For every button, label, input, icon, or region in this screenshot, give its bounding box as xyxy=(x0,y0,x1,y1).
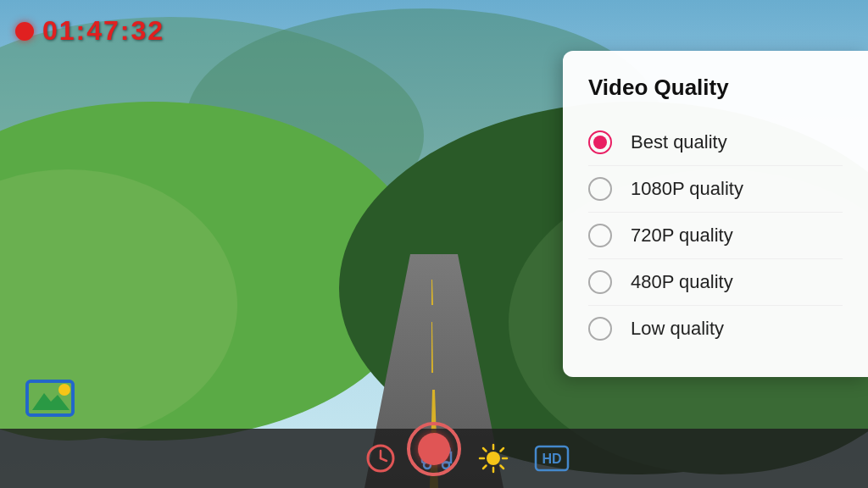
record-inner xyxy=(418,433,450,465)
quality-option-480p[interactable]: 480P quality xyxy=(588,259,843,306)
radio-low xyxy=(588,317,612,341)
quality-label-best: Best quality xyxy=(631,131,727,153)
svg-point-25 xyxy=(487,452,500,465)
quality-label-480p: 480P quality xyxy=(631,271,733,293)
record-button[interactable] xyxy=(407,422,461,476)
radio-best xyxy=(588,130,612,154)
gallery-icon-svg xyxy=(25,378,76,420)
quality-label-low: Low quality xyxy=(631,318,724,340)
radio-720p xyxy=(588,224,612,247)
gallery-button[interactable] xyxy=(25,378,76,420)
quality-label-1080p: 1080P quality xyxy=(631,178,743,200)
rec-dot xyxy=(15,22,34,41)
svg-line-17 xyxy=(381,458,387,461)
panel-title: Video Quality xyxy=(588,75,843,101)
svg-line-32 xyxy=(501,448,504,452)
radio-1080p xyxy=(588,177,612,201)
quality-option-1080p[interactable]: 1080P quality xyxy=(588,166,843,213)
radio-480p xyxy=(588,270,612,294)
svg-line-33 xyxy=(483,466,487,469)
quality-label-720p: 720P quality xyxy=(631,225,733,247)
sun-icon[interactable] xyxy=(478,443,509,474)
toolbar-icons: HD xyxy=(366,443,570,474)
svg-line-30 xyxy=(483,448,487,452)
hd-icon[interactable]: HD xyxy=(534,445,570,472)
clock-icon[interactable] xyxy=(366,444,395,473)
recording-indicator: 01:47:32 xyxy=(15,15,164,47)
quality-option-best[interactable]: Best quality xyxy=(588,119,843,166)
svg-marker-12 xyxy=(32,393,70,410)
quality-option-720p[interactable]: 720P quality xyxy=(588,213,843,259)
svg-point-13 xyxy=(58,384,70,396)
quality-option-low[interactable]: Low quality xyxy=(588,306,843,352)
recording-time: 01:47:32 xyxy=(42,15,164,47)
svg-line-31 xyxy=(501,466,504,469)
radio-inner-best xyxy=(593,136,607,149)
video-quality-panel: Video Quality Best quality 1080P quality… xyxy=(563,51,868,377)
svg-text:HD: HD xyxy=(542,452,561,466)
